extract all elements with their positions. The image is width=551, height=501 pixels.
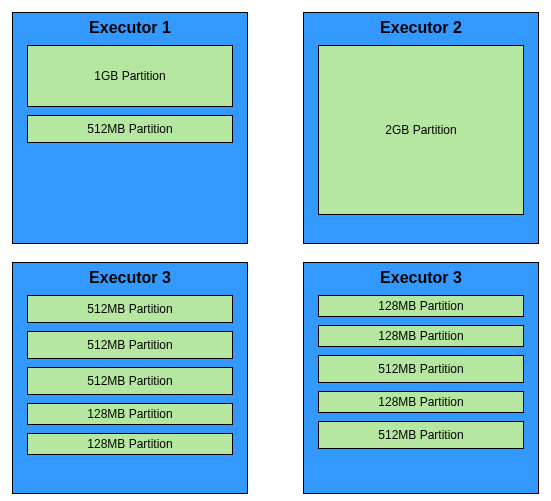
executor-box-3: Executor 3 512MB Partition 512MB Partiti…: [12, 262, 248, 494]
partition-label: 512MB Partition: [87, 302, 172, 316]
partition-label: 128MB Partition: [87, 437, 172, 451]
partition-block: 128MB Partition: [318, 391, 524, 413]
partition-block: 512MB Partition: [27, 367, 233, 395]
partition-label: 512MB Partition: [87, 122, 172, 136]
partition-block: 128MB Partition: [318, 325, 524, 347]
partition-label: 512MB Partition: [378, 428, 463, 442]
executor-title: Executor 3: [27, 269, 233, 287]
executor-box-2: Executor 2 2GB Partition: [303, 12, 539, 244]
partition-block: 1GB Partition: [27, 45, 233, 107]
partition-block: 128MB Partition: [27, 433, 233, 455]
partition-list: 2GB Partition: [318, 45, 524, 215]
partition-block: 512MB Partition: [318, 355, 524, 383]
partition-label: 128MB Partition: [378, 329, 463, 343]
partition-label: 128MB Partition: [378, 395, 463, 409]
partition-block: 128MB Partition: [27, 403, 233, 425]
partition-block: 128MB Partition: [318, 295, 524, 317]
partition-label: 512MB Partition: [87, 374, 172, 388]
partition-block: 512MB Partition: [318, 421, 524, 449]
partition-block: 512MB Partition: [27, 295, 233, 323]
partition-label: 128MB Partition: [378, 299, 463, 313]
executor-grid: Executor 1 1GB Partition 512MB Partition…: [12, 12, 539, 494]
partition-label: 512MB Partition: [378, 362, 463, 376]
executor-title: Executor 3: [318, 269, 524, 287]
executor-title: Executor 2: [318, 19, 524, 37]
partition-block: 512MB Partition: [27, 115, 233, 143]
partition-list: 128MB Partition 128MB Partition 512MB Pa…: [318, 295, 524, 449]
executor-box-1: Executor 1 1GB Partition 512MB Partition: [12, 12, 248, 244]
partition-label: 2GB Partition: [385, 123, 456, 137]
partition-list: 512MB Partition 512MB Partition 512MB Pa…: [27, 295, 233, 455]
partition-label: 1GB Partition: [94, 69, 165, 83]
partition-block: 2GB Partition: [318, 45, 524, 215]
executor-title: Executor 1: [27, 19, 233, 37]
partition-block: 512MB Partition: [27, 331, 233, 359]
partition-label: 512MB Partition: [87, 338, 172, 352]
executor-box-4: Executor 3 128MB Partition 128MB Partiti…: [303, 262, 539, 494]
partition-label: 128MB Partition: [87, 407, 172, 421]
partition-list: 1GB Partition 512MB Partition: [27, 45, 233, 143]
